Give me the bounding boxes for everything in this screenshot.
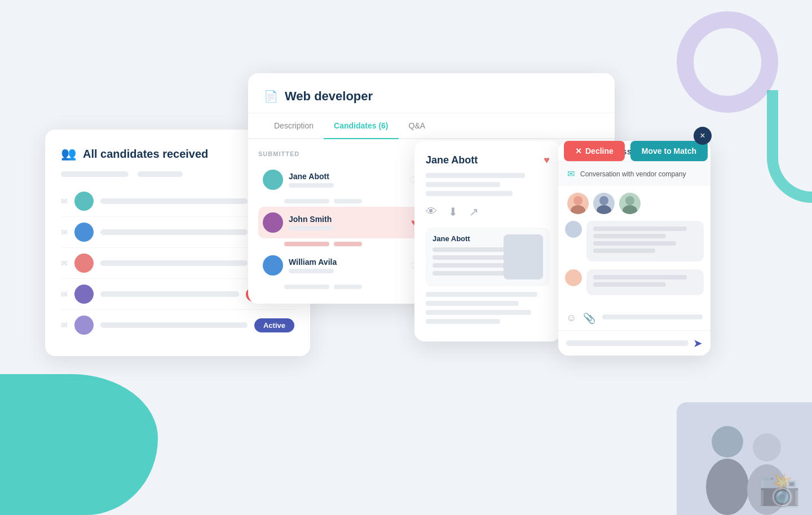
skeleton-bar [593, 248, 655, 253]
name-skeleton [100, 291, 239, 297]
decline-button[interactable]: ✕ Decline [564, 141, 625, 161]
action-buttons: ✕ Decline Move to Match [564, 141, 708, 161]
message-content [586, 269, 704, 295]
svg-point-7 [712, 426, 743, 458]
messenger-avatar [567, 193, 589, 214]
skeleton-bar [602, 314, 703, 319]
candidate-name: John Smith [289, 215, 405, 224]
skeleton-bar [426, 191, 513, 196]
skeleton-bar [593, 275, 687, 279]
skeleton-bar [284, 242, 329, 246]
skeleton-bar [61, 171, 129, 177]
messenger-avatar [593, 193, 615, 214]
svg-point-1 [571, 205, 585, 214]
skeleton-bar [426, 301, 519, 306]
name-skeleton [100, 198, 248, 204]
name-skeleton [100, 322, 248, 328]
candidate-info: John Smith [289, 215, 405, 230]
check-icon: ✉ [61, 197, 68, 206]
skeleton-bar [334, 199, 362, 203]
close-button[interactable]: × [694, 127, 712, 145]
skeleton-bar [593, 227, 687, 231]
skeleton-bar [334, 285, 362, 289]
webdev-title: Web developer [285, 89, 373, 104]
tab-candidates[interactable]: Candidates (6) [324, 113, 398, 139]
candidate-sub [289, 183, 334, 188]
messenger-messages [558, 221, 710, 309]
candidate-item[interactable]: William Avila ♡ [258, 250, 421, 281]
status-badge: Active [254, 318, 294, 332]
avatar [74, 192, 94, 211]
tab-qa[interactable]: Q&A [399, 113, 436, 139]
skeleton-bar [334, 242, 362, 246]
webdev-header: 📄 Web developer [248, 89, 615, 113]
bg-circle-decoration [677, 11, 778, 113]
skeleton-bar [593, 241, 676, 246]
send-button[interactable]: ➤ [693, 336, 703, 350]
check-icon: ✉ [61, 259, 68, 268]
message-bubble [565, 269, 704, 295]
avatar [74, 285, 94, 304]
message-avatar [565, 269, 582, 286]
messenger-avatars [558, 186, 710, 221]
svg-point-5 [623, 205, 637, 214]
avatar [263, 255, 283, 276]
skeleton-bar [138, 171, 183, 177]
column-label: SUBMITTED [258, 150, 421, 157]
candidate-item[interactable]: Jane Abott ♡ [258, 164, 421, 196]
name-skeleton [100, 260, 248, 266]
view-icon[interactable]: 👁 [426, 205, 437, 219]
svg-point-9 [753, 433, 781, 461]
svg-point-3 [597, 205, 611, 214]
svg-point-2 [599, 196, 608, 205]
skeleton-bar [284, 199, 329, 203]
profile-section: Jane Abott [426, 228, 550, 286]
detail-candidate-name: Jane Abott [426, 154, 550, 166]
download-icon[interactable]: ⬇ [448, 205, 458, 219]
favorite-heart-icon[interactable]: ♥ [544, 154, 550, 166]
avatar [74, 254, 94, 273]
candidate-info: William Avila [289, 258, 403, 273]
name-skeleton [100, 229, 248, 235]
candidate-item-selected[interactable]: John Smith ♥ [258, 207, 421, 238]
skeleton-bar [426, 173, 525, 178]
skeleton-bar [426, 182, 500, 187]
move-to-match-button[interactable]: Move to Match [630, 141, 708, 161]
mail-icon: ✉ [567, 168, 575, 179]
candidate-sub [289, 269, 334, 273]
detail-actions: 👁 ⬇ ↗ [426, 205, 550, 219]
svg-point-10 [747, 464, 787, 515]
message-input-field[interactable] [566, 340, 689, 346]
skeleton-bar [426, 319, 500, 324]
candidate-info: Jane Abott [289, 172, 403, 188]
message-content [586, 221, 704, 261]
check-icon: ✉ [61, 321, 68, 330]
svg-point-0 [573, 196, 582, 205]
emoji-icon[interactable]: ☺ [566, 312, 576, 325]
check-icon: ✉ [61, 290, 68, 299]
check-icon: ✉ [61, 228, 68, 237]
bg-shape-decoration [767, 90, 812, 203]
candidate-name: William Avila [289, 258, 403, 267]
avatar [263, 170, 283, 190]
messenger-avatar [619, 193, 641, 214]
x-icon: ✕ [575, 146, 582, 156]
skeleton-bar [433, 271, 510, 276]
svg-point-8 [706, 459, 749, 515]
convo-label: Conversation with vendor company [580, 170, 686, 178]
external-link-icon[interactable]: ↗ [469, 205, 479, 219]
candidate-row[interactable]: ✉ Active [61, 310, 294, 340]
candidate-sub [289, 226, 334, 230]
skeleton-bar [426, 292, 537, 297]
document-icon: 📄 [264, 90, 278, 103]
tab-description[interactable]: Description [264, 113, 324, 139]
skeleton-bar [433, 255, 510, 260]
attachment-icon[interactable]: 📎 [583, 312, 595, 325]
submitted-column: SUBMITTED Jane Abott ♡ John Smith [248, 150, 432, 292]
avatar [74, 223, 94, 242]
messenger-input: ➤ [558, 330, 710, 356]
photo-decoration [677, 402, 812, 515]
message-bubble [565, 221, 704, 261]
candidate-detail-card: ♥ Jane Abott 👁 ⬇ ↗ Jane Abott [414, 141, 561, 341]
skeleton-bar [284, 285, 329, 289]
